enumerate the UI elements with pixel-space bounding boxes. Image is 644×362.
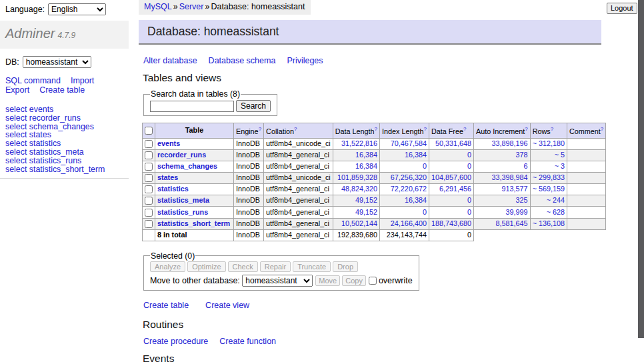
breadcrumb-link-mysql[interactable]: MySQL bbox=[144, 2, 172, 11]
table-link[interactable]: statistics bbox=[157, 185, 189, 193]
row-checkbox[interactable] bbox=[145, 185, 153, 193]
search-button[interactable]: Search bbox=[236, 100, 271, 112]
table-link[interactable]: states bbox=[157, 173, 178, 181]
row-checkbox[interactable] bbox=[145, 197, 153, 205]
routine-link-create-procedure[interactable]: Create procedure bbox=[143, 337, 208, 346]
table-link[interactable]: statistics_short_term bbox=[157, 219, 230, 227]
index-length-link[interactable]: 16,384 bbox=[405, 151, 427, 159]
sidebar-select-statistics-short-term[interactable]: select statistics_short_term bbox=[5, 165, 105, 174]
help-link[interactable]: ? bbox=[375, 126, 377, 132]
row-checkbox[interactable] bbox=[145, 163, 153, 171]
data-free-link[interactable]: 0 bbox=[467, 151, 471, 159]
data-length-link[interactable]: 49,152 bbox=[355, 208, 377, 216]
rows-link[interactable]: ~ 5 bbox=[555, 151, 565, 159]
move-button[interactable]: Move bbox=[315, 275, 340, 286]
help-link[interactable]: ? bbox=[551, 126, 553, 132]
data-free-link[interactable]: 0 bbox=[467, 162, 471, 170]
action-link-privileges[interactable]: Privileges bbox=[287, 56, 323, 65]
create-link-create-view[interactable]: Create view bbox=[205, 301, 249, 310]
help-link[interactable]: ? bbox=[525, 126, 527, 132]
routine-link-create-function[interactable]: Create function bbox=[219, 337, 276, 346]
help-link[interactable]: ? bbox=[463, 126, 466, 132]
auto-increment-link[interactable]: 6 bbox=[524, 162, 528, 170]
overwrite-checkbox[interactable] bbox=[369, 277, 377, 285]
data-free-link[interactable]: 0 bbox=[467, 208, 471, 216]
index-length-link[interactable]: 24,166,400 bbox=[391, 219, 427, 227]
copy-button[interactable]: Copy bbox=[342, 275, 366, 286]
row-checkbox[interactable] bbox=[145, 140, 153, 148]
rows-link[interactable]: ~ 569,159 bbox=[533, 185, 565, 193]
data-free-link[interactable]: 104,857,600 bbox=[431, 173, 471, 181]
drop-button[interactable]: Drop bbox=[333, 261, 358, 272]
index-length-link[interactable]: 67,256,320 bbox=[391, 173, 427, 181]
data-length-link[interactable]: 16,384 bbox=[355, 162, 377, 170]
help-link[interactable]: ? bbox=[259, 126, 261, 132]
check-button[interactable]: Check bbox=[228, 261, 258, 272]
auto-increment-link[interactable]: 378 bbox=[516, 151, 528, 159]
sidebar-commands: SQL commandImportExportCreate table bbox=[5, 77, 112, 95]
help-link[interactable]: ? bbox=[423, 126, 426, 132]
index-length-link[interactable]: 0 bbox=[423, 208, 427, 216]
action-link-database-schema[interactable]: Database schema bbox=[209, 56, 276, 65]
data-length-link[interactable]: 16,384 bbox=[355, 151, 377, 159]
table-link[interactable]: statistics_runs bbox=[157, 208, 208, 216]
auto-increment-link[interactable]: 33,398,984 bbox=[492, 173, 528, 181]
row-checkbox[interactable] bbox=[145, 174, 153, 182]
move-db-select[interactable]: homeassistant bbox=[242, 275, 313, 287]
sidebar-command-create-table[interactable]: Create table bbox=[39, 85, 85, 95]
collation-cell: utf8mb4_general_ci bbox=[264, 161, 333, 172]
sidebar-command-sql-command[interactable]: SQL command bbox=[5, 76, 61, 85]
data-free-link[interactable]: 6,291,456 bbox=[439, 185, 471, 193]
select-all-checkbox[interactable] bbox=[145, 127, 153, 135]
data-length-link[interactable]: 49,152 bbox=[355, 196, 377, 204]
data-free-link[interactable]: 0 bbox=[467, 196, 471, 204]
index-length-link[interactable]: 16,384 bbox=[405, 196, 427, 204]
data-length-link[interactable]: 48,824,320 bbox=[341, 185, 377, 193]
rows-link[interactable]: ~ 3 bbox=[555, 162, 565, 170]
scrollbar-thumb[interactable] bbox=[638, 0, 644, 338]
row-checkbox[interactable] bbox=[145, 151, 153, 159]
table-link[interactable]: schema_changes bbox=[157, 162, 217, 170]
action-link-alter-database[interactable]: Alter database bbox=[143, 56, 197, 65]
sidebar-command-export[interactable]: Export bbox=[5, 85, 29, 95]
help-link[interactable]: ? bbox=[601, 126, 603, 132]
table-link[interactable]: statistics_meta bbox=[157, 196, 209, 204]
help-link[interactable]: ? bbox=[294, 126, 297, 132]
search-input[interactable] bbox=[150, 101, 234, 112]
auto-increment-link[interactable]: 8,581,645 bbox=[496, 219, 528, 227]
db-select[interactable]: homeassistant bbox=[23, 56, 91, 68]
rows-link[interactable]: ~ 312,180 bbox=[533, 139, 565, 147]
rows-link[interactable]: ~ 136,108 bbox=[533, 219, 565, 227]
create-link-create-table[interactable]: Create table bbox=[143, 301, 189, 310]
index-length-link[interactable]: 70,467,584 bbox=[391, 139, 427, 147]
sidebar-command-import[interactable]: Import bbox=[71, 76, 94, 85]
language-select[interactable]: English bbox=[48, 3, 106, 15]
rows-link[interactable]: ~ 299,833 bbox=[533, 173, 565, 181]
data-length-link[interactable]: 31,522,816 bbox=[341, 139, 377, 147]
rows-cell: ~ 3 bbox=[530, 161, 567, 172]
repair-button[interactable]: Repair bbox=[260, 261, 291, 272]
logout-button[interactable]: Logout bbox=[607, 3, 637, 14]
auto-increment-link[interactable]: 33,898,196 bbox=[492, 139, 528, 147]
optimize-button[interactable]: Optimize bbox=[187, 261, 225, 272]
table-link[interactable]: events bbox=[157, 139, 180, 147]
auto-increment-link[interactable]: 325 bbox=[516, 196, 528, 204]
data-length-link[interactable]: 101,859,328 bbox=[337, 173, 377, 181]
auto-increment-link[interactable]: 39,999 bbox=[506, 208, 528, 216]
row-checkbox[interactable] bbox=[145, 209, 153, 217]
rows-link[interactable]: ~ 244 bbox=[547, 196, 565, 204]
auto-increment-link[interactable]: 913,577 bbox=[502, 185, 528, 193]
index-length-link[interactable]: 0 bbox=[423, 162, 427, 170]
rows-link[interactable]: ~ 628 bbox=[547, 208, 565, 216]
data-length-link[interactable]: 10,502,144 bbox=[341, 219, 377, 227]
data-free-link[interactable]: 50,331,648 bbox=[435, 139, 471, 147]
analyze-button[interactable]: Analyze bbox=[150, 261, 185, 272]
data-free-link[interactable]: 188,743,680 bbox=[431, 219, 471, 227]
row-checkbox[interactable] bbox=[145, 220, 153, 228]
table-link[interactable]: recorder_runs bbox=[157, 151, 206, 159]
index-length-link[interactable]: 72,220,672 bbox=[391, 185, 427, 193]
truncate-button[interactable]: Truncate bbox=[293, 261, 331, 272]
scrollbar-track[interactable] bbox=[637, 0, 644, 362]
engine-cell: InnoDB bbox=[234, 218, 264, 229]
breadcrumb-link-server[interactable]: Server bbox=[179, 2, 204, 11]
